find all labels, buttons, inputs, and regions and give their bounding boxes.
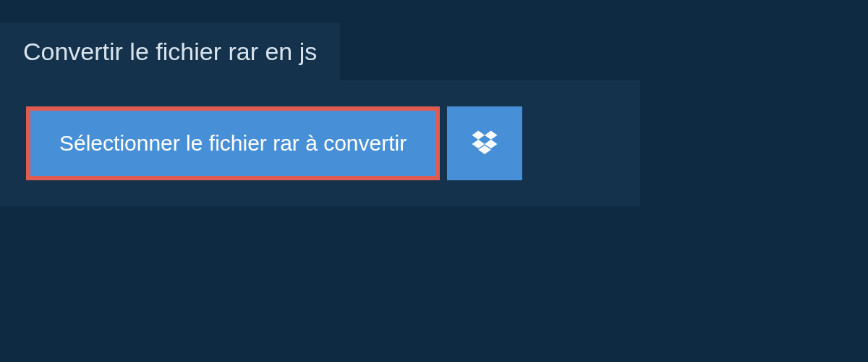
button-row: Sélectionner le fichier rar à convertir [26, 106, 614, 180]
select-file-label: Sélectionner le fichier rar à convertir [59, 131, 407, 156]
convert-panel: Sélectionner le fichier rar à convertir [0, 80, 640, 206]
select-file-button[interactable]: Sélectionner le fichier rar à convertir [26, 106, 440, 180]
tab-title: Convertir le fichier rar en js [23, 38, 317, 65]
dropbox-button[interactable] [447, 106, 522, 180]
dropbox-icon [469, 128, 500, 159]
tab-convert[interactable]: Convertir le fichier rar en js [0, 23, 340, 80]
